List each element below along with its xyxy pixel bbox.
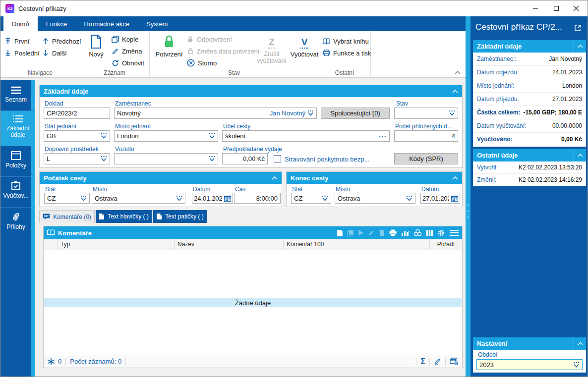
tab-text-paticky[interactable]: Text patičky ( ) [153, 210, 207, 223]
copy-button[interactable]: Kopie [112, 34, 138, 45]
misto-jednani-combo[interactable]: London [114, 130, 218, 142]
previous-button[interactable]: Předchozí [42, 36, 81, 47]
card-header[interactable]: Ostatní údaje [473, 149, 586, 162]
chevron-up-icon[interactable] [452, 176, 458, 180]
start-cas-field[interactable]: 8:00:00 [234, 193, 281, 204]
cancel-settlement-button[interactable]: Z Zrušit vyúčtování [254, 34, 289, 64]
column-poradi[interactable]: Pořadí [430, 239, 458, 249]
sidebar-item-polozky[interactable]: Položky [0, 147, 31, 175]
filter-asterisk-icon[interactable] [48, 358, 55, 365]
tab-komentare[interactable]: Komentáře (0) [39, 210, 95, 223]
column-typ[interactable]: Typ [58, 239, 175, 249]
change-button[interactable]: Změna [112, 46, 142, 56]
new-record-icon[interactable] [337, 229, 343, 237]
card-header[interactable]: Základní údaje [473, 40, 586, 53]
pocet-priloh-field[interactable]: 4 [394, 130, 458, 142]
section-header-pocatek-cesty[interactable]: Počátek cesty [40, 172, 282, 184]
start-misto-combo[interactable]: Ostrava [92, 193, 185, 204]
refresh-button[interactable]: Obnovit [112, 57, 144, 68]
chevron-up-icon[interactable] [452, 90, 458, 93]
tab-funkce[interactable]: Funkce [38, 16, 76, 31]
dropdown-icon[interactable] [406, 196, 412, 201]
edit-record-icon[interactable] [368, 229, 375, 236]
first-button[interactable]: První [4, 36, 29, 47]
settle-button[interactable]: V Vyúčtovat [290, 34, 319, 58]
print-icon[interactable] [389, 229, 397, 237]
stravovani-checkbox[interactable] [274, 155, 281, 162]
column-komentar[interactable]: Komentář 100 [284, 239, 430, 249]
section-header-zakladni-udaje[interactable]: Základní údaje [40, 85, 462, 97]
copy-record-icon[interactable] [347, 229, 354, 237]
columns-icon[interactable] [426, 229, 433, 237]
new-button[interactable]: Nový [85, 34, 108, 58]
vozidlo-combo[interactable] [114, 153, 218, 164]
calendar-icon[interactable] [224, 195, 231, 202]
maximize-button[interactable] [546, 0, 567, 16]
chevron-up-icon[interactable] [574, 337, 586, 350]
end-misto-combo[interactable]: Ostrava [335, 193, 415, 204]
sidebar-item-zakladni-udaje[interactable]: Základní údaje [0, 110, 35, 146]
sidebar-item-seznam[interactable]: Seznam [0, 82, 31, 110]
card-header[interactable]: Nastavení [473, 337, 586, 350]
kody-spr-button[interactable]: Kódy (SPR) [394, 153, 458, 164]
start-stat-combo[interactable]: CZ [44, 193, 90, 204]
obdobi-combo[interactable]: 2023 [476, 359, 583, 370]
change-confirm-date-button[interactable]: Změna data potvrzení [187, 46, 259, 56]
stravovani-checkbox-label[interactable]: Stravování poskytnuto bezp... [285, 156, 369, 163]
next-button[interactable]: Další [42, 48, 67, 58]
ribbon-collapse-button[interactable] [455, 71, 461, 74]
functions-print-button[interactable]: Funkce a tisk [323, 48, 371, 58]
select-book-button[interactable]: Vybrat knihu [323, 36, 369, 47]
dropdown-icon[interactable] [322, 196, 328, 201]
ucel-cesty-field[interactable]: školení ··· [222, 130, 390, 142]
tab-hromadne-akce[interactable]: Hromadné akce [75, 16, 138, 31]
delete-record-icon[interactable] [379, 229, 385, 236]
spolucestujici-button[interactable]: Spolucestující (0) [321, 108, 390, 119]
last-button[interactable]: Poslední [4, 48, 40, 58]
end-stat-combo[interactable]: CZ [291, 193, 331, 204]
sum-icon[interactable]: Σ [420, 357, 425, 366]
row-selector-column[interactable] [44, 239, 58, 249]
panel-splitter[interactable] [466, 16, 470, 377]
stav-combo[interactable] [394, 108, 458, 119]
dropdown-icon[interactable] [101, 133, 107, 139]
end-datum-field[interactable]: 27.01.202 [420, 193, 460, 204]
more-button[interactable]: ··· [379, 132, 387, 140]
dropdown-icon[interactable] [209, 156, 215, 162]
run-icon[interactable] [358, 229, 364, 236]
minimize-button[interactable] [525, 0, 546, 16]
open-in-window-icon[interactable] [574, 24, 582, 32]
sidebar-item-vyuctovani[interactable]: Vyúčtov... [0, 176, 31, 206]
zamestnanec-link[interactable]: Jan Novotný [270, 109, 305, 117]
dropdown-icon[interactable] [80, 196, 87, 201]
dropdown-icon[interactable] [176, 196, 182, 201]
column-nazev[interactable]: Název [175, 239, 284, 249]
chart-icon[interactable] [401, 229, 410, 237]
dropdown-icon[interactable] [101, 156, 107, 162]
stat-jednani-combo[interactable]: GB [44, 130, 110, 142]
calendar-icon[interactable] [451, 195, 458, 202]
storno-button[interactable]: Storno [187, 57, 217, 68]
chevron-up-icon[interactable] [574, 40, 586, 53]
confirm-button[interactable]: Potvrzení [153, 34, 185, 58]
unconfirm-button[interactable]: Odpotvrzení [187, 34, 232, 45]
dropdown-icon[interactable] [573, 362, 580, 368]
start-datum-field[interactable]: 24.01.2023 [192, 193, 233, 204]
menu-icon[interactable] [449, 229, 459, 236]
tab-system[interactable]: Systém [138, 16, 176, 31]
vydaje-field[interactable]: 0,00 Kč [222, 153, 268, 164]
cluster-icon[interactable] [413, 229, 422, 237]
chevron-up-icon[interactable] [272, 176, 278, 180]
gear-icon[interactable] [437, 229, 445, 237]
dopravni-prostredek-combo[interactable]: L [44, 153, 110, 164]
tab-domu[interactable]: Domů [3, 16, 38, 31]
section-header-konec-cesty[interactable]: Konec cesty [287, 172, 462, 184]
zamestnanec-field[interactable]: Novotný Jan Novotný [114, 108, 317, 119]
dropdown-icon[interactable] [307, 110, 314, 116]
doklad-field[interactable]: CP/2023/2 [44, 108, 110, 119]
add-table-icon[interactable] [450, 358, 458, 365]
close-button[interactable] [566, 0, 587, 16]
dropdown-icon[interactable] [209, 133, 215, 139]
sidebar-item-prilohy[interactable]: Přílohy [0, 207, 31, 236]
chevron-up-icon[interactable] [574, 149, 586, 162]
